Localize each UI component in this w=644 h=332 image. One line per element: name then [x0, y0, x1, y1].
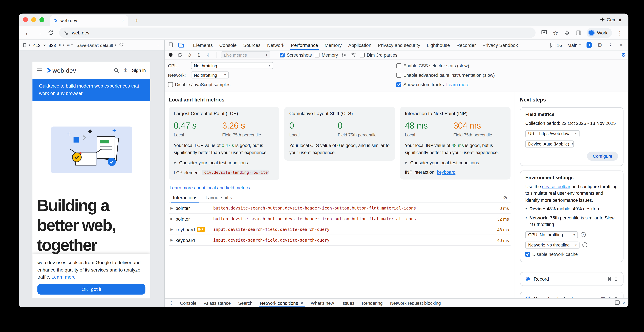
devtools-more-icon[interactable]: ⋮: [605, 42, 615, 48]
reload-button[interactable]: [45, 28, 56, 38]
custom-tracks-learn-more-link[interactable]: Learn more: [446, 82, 470, 87]
dim-3rd-parties-checkbox[interactable]: Dim 3rd parties: [360, 52, 398, 57]
drawer-tab-close-icon[interactable]: ×: [300, 300, 303, 306]
hamburger-menu-icon[interactable]: [37, 68, 42, 72]
settings-icon[interactable]: ⚙: [595, 42, 605, 48]
tab-sources[interactable]: Sources: [240, 40, 264, 50]
disable-network-cache-checkbox[interactable]: Disable network cache: [525, 252, 578, 256]
interaction-source-link[interactable]: input.devsite-search-field.devsite-searc…: [213, 227, 491, 232]
sliders-icon[interactable]: [350, 52, 357, 57]
device-type-dropdown[interactable]: ▾: [23, 43, 30, 47]
save-profile-icon[interactable]: ↧: [205, 52, 212, 58]
tab-close-icon[interactable]: ×: [122, 18, 124, 23]
interaction-row[interactable]: ▶ keyboard input.devsite-search-field.de…: [169, 235, 510, 246]
tab-network[interactable]: Network: [264, 40, 288, 50]
drawer-tab-network-conditions[interactable]: Network conditions×: [256, 299, 307, 307]
css-selector-stats-checkbox[interactable]: Enable CSS selector stats (slow): [396, 63, 469, 68]
orientation-dropdown[interactable]: ⇄▾: [67, 43, 73, 47]
window-zoom-button[interactable]: [40, 17, 44, 22]
ai-assistance-icon[interactable]: [584, 42, 594, 48]
live-metrics-dropdown[interactable]: Live metrics▾: [221, 52, 270, 58]
drawer-tab-network-request-blocking[interactable]: Network request blocking: [386, 299, 444, 307]
row-expand-icon[interactable]: ▶: [170, 228, 173, 231]
device-toolbar-link[interactable]: device toolbar: [542, 184, 570, 189]
drawer-tab-rendering[interactable]: Rendering: [358, 299, 386, 307]
profile-button[interactable]: Work: [586, 28, 612, 38]
window-minimize-button[interactable]: [31, 17, 36, 22]
sidebar-cpu-select[interactable]: CPU: No throttling▾: [525, 231, 578, 238]
row-expand-icon[interactable]: ▶: [170, 238, 173, 242]
tab-interactions[interactable]: Interactions: [169, 193, 202, 203]
tab-application[interactable]: Application: [345, 40, 375, 50]
address-bar[interactable]: web.dev: [59, 28, 535, 38]
device-toolbar-icon[interactable]: [176, 40, 186, 50]
inspect-icon[interactable]: [166, 40, 176, 50]
paint-instrumentation-checkbox[interactable]: Enable advanced paint instrumentation (s…: [396, 72, 495, 78]
promo-banner[interactable]: Guidance to build modern web experiences…: [32, 79, 150, 101]
sidebar-network-select[interactable]: Network: No throttling▾: [525, 242, 580, 248]
browser-tab[interactable]: web.dev ×: [50, 15, 128, 26]
inp-interaction-link[interactable]: keyboard: [437, 170, 456, 174]
clear-icon[interactable]: ⊘: [186, 52, 193, 58]
rotate-icon[interactable]: [119, 42, 124, 48]
interaction-row[interactable]: ▶ pointer button.devsite-search-button.d…: [169, 203, 510, 214]
configure-button[interactable]: Configure: [587, 152, 618, 160]
cpu-info-icon[interactable]: i: [581, 232, 586, 237]
network-info-icon[interactable]: i: [582, 242, 587, 247]
drawer-tab-search[interactable]: Search: [234, 299, 256, 307]
console-messages-badge[interactable]: 16: [548, 42, 564, 48]
tab-elements[interactable]: Elements: [190, 40, 216, 50]
row-expand-icon[interactable]: ▶: [170, 206, 173, 210]
context-dropdown[interactable]: Main▾: [565, 42, 583, 48]
lcp-conditions-disclosure[interactable]: ▶Consider your local test conditions: [174, 160, 274, 165]
tab-memory[interactable]: Memory: [321, 40, 345, 50]
gemini-button[interactable]: Gemini: [600, 17, 624, 22]
metrics-learn-more-link[interactable]: Learn more about local and field metrics: [170, 185, 250, 190]
install-icon[interactable]: [539, 28, 550, 38]
load-profile-icon[interactable]: ↥: [196, 52, 202, 58]
back-button[interactable]: ←: [22, 28, 33, 38]
drawer-tab-ai-assistance[interactable]: AI assistance: [200, 299, 234, 307]
panel-layout-icon[interactable]: [615, 300, 620, 306]
drawer-tab-whats-new[interactable]: What's new: [307, 299, 338, 307]
cookie-accept-button[interactable]: OK, got it: [38, 284, 146, 295]
tab-layout-shifts[interactable]: Layout shifts: [202, 193, 236, 203]
bookmark-icon[interactable]: ☆: [550, 28, 561, 38]
tab-lighthouse[interactable]: Lighthouse: [424, 40, 453, 50]
network-throttling-select[interactable]: No throttling▾: [191, 72, 229, 78]
drawer-more-icon[interactable]: ⋮: [166, 299, 176, 307]
interaction-source-link[interactable]: button.devsite-search-button.devsite-hea…: [213, 216, 491, 221]
close-devtools-icon[interactable]: ×: [616, 42, 626, 48]
capture-settings-gear-icon[interactable]: ⚙: [621, 52, 626, 58]
record-reload-action-button[interactable]: Record and reload ⌘ ⇧ E: [520, 292, 624, 298]
lcp-element-link[interactable]: div.devsite-landing-row-item-d…: [202, 170, 269, 175]
disable-js-samples-checkbox[interactable]: Disable JavaScript samples: [168, 82, 230, 87]
drawer-tab-issues[interactable]: Issues: [338, 299, 358, 307]
side-panel-icon[interactable]: [573, 28, 584, 38]
drawer-tab-console[interactable]: Console: [176, 299, 200, 307]
interaction-row[interactable]: ▶ keyboardINP input.devsite-search-field…: [169, 224, 510, 235]
record-and-reload-icon[interactable]: [176, 52, 183, 57]
viewport-width-input[interactable]: 412: [33, 42, 40, 48]
memory-checkbox[interactable]: Memory: [314, 52, 338, 57]
forward-button[interactable]: →: [34, 28, 44, 38]
cookie-learn-more-link[interactable]: Learn more: [52, 274, 76, 279]
record-action-button[interactable]: ◉ Record ⌘ E: [520, 272, 624, 286]
tab-privacy-and-security[interactable]: Privacy and security: [374, 40, 424, 50]
record-icon[interactable]: [167, 53, 174, 56]
interaction-source-link[interactable]: button.devsite-search-button.devsite-hea…: [213, 206, 494, 210]
tab-privacy-sandbox[interactable]: Privacy Sandbox: [479, 40, 521, 50]
tab-console[interactable]: Console: [216, 40, 240, 50]
screenshots-checkbox[interactable]: Screenshots: [280, 52, 312, 57]
clear-log-icon[interactable]: ⊘: [503, 195, 507, 200]
site-settings-icon[interactable]: [64, 30, 68, 35]
viewport-height-input[interactable]: 823: [49, 42, 56, 48]
inp-conditions-disclosure[interactable]: ▶Consider your local test conditions: [405, 160, 506, 165]
device-toolbar-more-icon[interactable]: ⋮: [156, 42, 160, 48]
theme-toggle-icon[interactable]: ☀: [123, 67, 128, 74]
window-close-button[interactable]: [23, 17, 28, 22]
site-logo[interactable]: web.dev: [46, 67, 76, 74]
tab-recorder[interactable]: Recorder: [453, 40, 479, 50]
interaction-source-link[interactable]: input.devsite-search-field.devsite-searc…: [213, 238, 491, 242]
field-url-select[interactable]: URL: https://web.dev/▾: [525, 130, 580, 137]
